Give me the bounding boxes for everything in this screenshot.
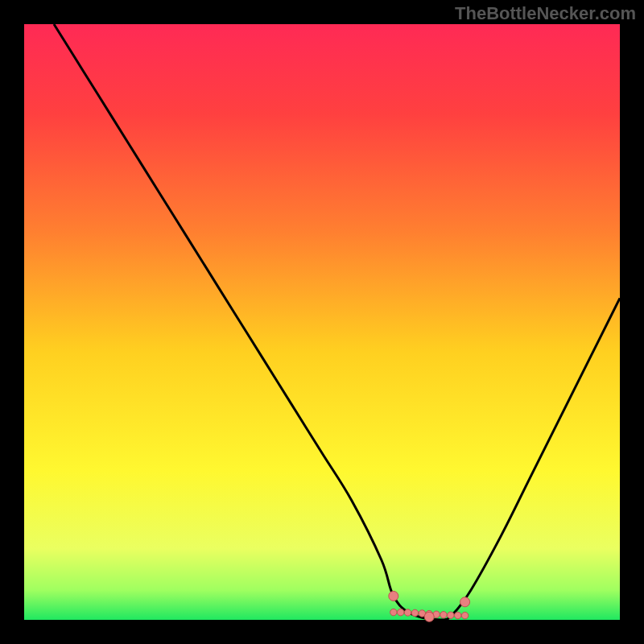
zone-dot — [397, 609, 403, 615]
zone-dot — [448, 612, 454, 618]
watermark-text: TheBottleNecker.com — [455, 3, 636, 24]
bottleneck-chart — [0, 0, 644, 644]
zone-dot — [455, 612, 461, 618]
marker-dot — [389, 591, 398, 601]
chart-container: TheBottleNecker.com — [0, 0, 644, 644]
marker-dot — [460, 597, 470, 607]
zone-dot — [390, 609, 397, 615]
zone-dot — [440, 612, 447, 618]
plot-background — [24, 24, 620, 620]
zone-dot — [404, 609, 411, 616]
marker-dot — [424, 612, 434, 621]
zone-dot — [461, 612, 468, 618]
zone-dot — [411, 609, 418, 616]
